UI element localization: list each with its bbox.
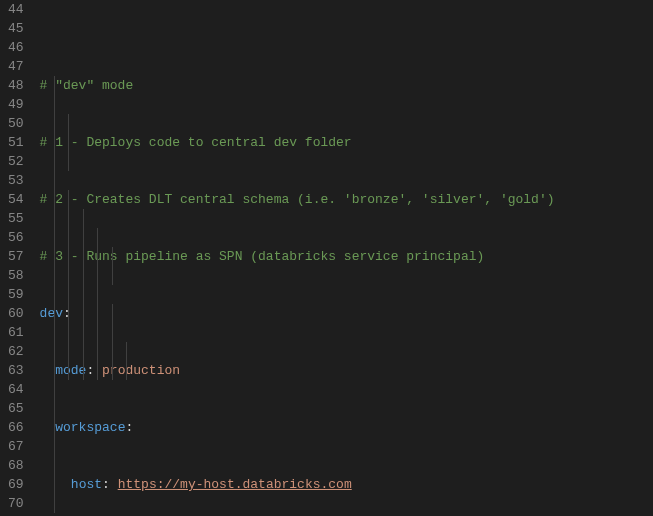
line-number: 68 [8, 456, 24, 475]
line-number: 56 [8, 228, 24, 247]
colon: : [86, 363, 94, 378]
code-line[interactable]: # 3 - Runs pipeline as SPN (databricks s… [40, 247, 653, 266]
line-number: 49 [8, 95, 24, 114]
code-line[interactable]: workspace: [40, 418, 653, 437]
line-number: 69 [8, 475, 24, 494]
yaml-key: mode [55, 363, 86, 378]
line-number: 63 [8, 361, 24, 380]
code-line[interactable]: # "dev" mode [40, 76, 653, 95]
yaml-key: workspace [55, 420, 125, 435]
code-line[interactable]: mode: production [40, 361, 653, 380]
line-number: 50 [8, 114, 24, 133]
code-area[interactable]: # "dev" mode # 1 - Deploys code to centr… [40, 0, 653, 516]
line-number: 53 [8, 171, 24, 190]
line-number: 67 [8, 437, 24, 456]
code-line[interactable]: host: https://my-host.databricks.com [40, 475, 653, 494]
line-number: 46 [8, 38, 24, 57]
colon: : [125, 420, 133, 435]
line-number: 48 [8, 76, 24, 95]
comment-text: # 2 - Creates DLT central schema (i.e. '… [40, 192, 555, 207]
line-number: 45 [8, 19, 24, 38]
line-number: 54 [8, 190, 24, 209]
line-number: 47 [8, 57, 24, 76]
yaml-value: production [102, 363, 180, 378]
yaml-value-url: https://my-host.databricks.com [118, 477, 352, 492]
comment-text: # 3 - Runs pipeline as SPN (databricks s… [40, 249, 485, 264]
line-number-gutter: 44 45 46 47 48 49 50 51 52 53 54 55 56 5… [0, 0, 40, 516]
line-number: 59 [8, 285, 24, 304]
comment-text: # "dev" mode [40, 78, 134, 93]
line-number: 66 [8, 418, 24, 437]
yaml-key: dev [40, 306, 63, 321]
comment-text: # 1 - Deploys code to central dev folder [40, 135, 352, 150]
line-number: 64 [8, 380, 24, 399]
line-number: 62 [8, 342, 24, 361]
line-number: 57 [8, 247, 24, 266]
line-number: 52 [8, 152, 24, 171]
colon: : [102, 477, 110, 492]
yaml-key: host [71, 477, 102, 492]
line-number: 61 [8, 323, 24, 342]
line-number: 65 [8, 399, 24, 418]
line-number: 60 [8, 304, 24, 323]
line-number: 44 [8, 0, 24, 19]
colon: : [63, 306, 71, 321]
line-number: 58 [8, 266, 24, 285]
line-number: 55 [8, 209, 24, 228]
code-line[interactable]: dev: [40, 304, 653, 323]
code-line[interactable]: # 1 - Deploys code to central dev folder [40, 133, 653, 152]
line-number: 70 [8, 494, 24, 513]
code-line[interactable]: # 2 - Creates DLT central schema (i.e. '… [40, 190, 653, 209]
line-number: 51 [8, 133, 24, 152]
code-editor: 44 45 46 47 48 49 50 51 52 53 54 55 56 5… [0, 0, 653, 516]
